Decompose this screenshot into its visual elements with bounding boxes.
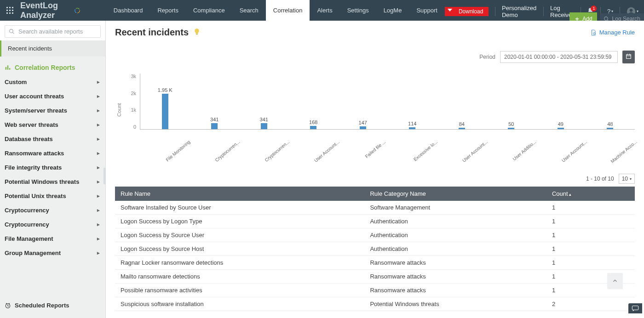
chart-bar[interactable]: 49 [536,128,586,129]
calendar-icon[interactable] [622,51,635,63]
nav-item-correlation[interactable]: Correlation [266,0,310,21]
sidebar-search-field[interactable] [18,28,97,35]
table-row[interactable]: Logon Success by Source UserAuthenticati… [115,228,635,242]
svg-rect-18 [6,67,6,70]
sidebar-item[interactable]: System/server threats▸ [0,103,105,118]
svg-rect-28 [632,306,638,310]
sidebar-item[interactable]: User account threats▸ [0,89,105,103]
chart-bar[interactable]: 341 [190,123,240,129]
chart-bar[interactable]: 48 [586,128,635,129]
sidebar: Recent incidents Correlation Reports Cus… [0,21,106,318]
sidebar-item[interactable]: Group Management▸ [0,246,105,260]
chart-bar[interactable]: 147 [338,126,388,129]
sidebar-item-label: Potential Windows threats [5,178,79,185]
bar-value-label: 341 [260,117,268,122]
product-logo[interactable]: EventLog Analyzer [20,1,106,20]
sidebar-item[interactable]: Potential Windows threats▸ [0,175,105,189]
table-row[interactable]: Mailto ransomware detectionsRansomware a… [115,270,635,284]
reports-icon [5,64,11,71]
sidebar-item-label: Group Management [5,250,61,256]
x-tick-label: Machine Acco... [610,139,638,164]
nav-item-search[interactable]: Search [232,0,266,21]
x-tick-label: Excessive lo... [413,139,438,162]
col-rule-name[interactable]: Rule Name [115,187,364,201]
sidebar-item[interactable]: Web server threats▸ [0,118,105,132]
svg-point-14 [604,17,608,20]
cell-count: 1 [546,215,635,228]
top-header: EventLog Analyzer DashboardReportsCompli… [0,0,644,21]
clock-icon [5,302,11,309]
sidebar-item[interactable]: File integrity threats▸ [0,160,105,175]
svg-rect-19 [7,65,8,69]
download-button[interactable]: Download [445,7,489,16]
sidebar-item-label: Web server threats [5,121,58,128]
sidebar-item-label: Cryptocurrency [5,207,49,214]
chart-bar[interactable]: 114 [388,127,437,129]
bar-value-label: 50 [508,121,514,127]
sidebar-item-label: File integrity threats [5,164,62,171]
chart-bar[interactable]: 84 [437,128,487,129]
sidebar-item[interactable]: Ransomware attacks▸ [0,146,105,160]
lightbulb-icon[interactable] [193,27,201,38]
cell-rule-name: Ragnar Locker ransomware detections [115,256,364,270]
apps-grid-icon[interactable] [0,7,20,14]
cell-rule-name: Software Installed by Source User [115,201,364,215]
period-picker[interactable]: 2020-01-01 00:00:00 - 2020-05-31 23:59:5… [500,51,618,63]
nav-item-dashboard[interactable]: Dashboard [106,0,150,21]
cell-rule-name: Mailto ransomware detections [115,270,364,284]
sidebar-search-input[interactable] [5,25,101,38]
nav-item-logme[interactable]: LogMe [376,0,409,21]
table-row[interactable]: Logon Success by Source HostAuthenticati… [115,242,635,256]
chart-bar[interactable]: 1.95 K [140,94,190,129]
x-tick-label: Cryptocurren... [264,139,290,163]
personalized-demo-link[interactable]: Personalized Demo [502,5,537,18]
x-tick-label: File Monitoring [165,139,191,163]
nav-item-settings[interactable]: Settings [340,0,376,21]
chevron-right-icon: ▸ [97,136,100,142]
chart-x-labels: File MonitoringCryptocurren...Cryptocurr… [140,133,635,161]
svg-rect-24 [627,55,631,59]
scheduled-reports-link[interactable]: Scheduled Reports [0,296,105,318]
table-row[interactable]: Suspicious software installationPotentia… [115,297,635,311]
nav-item-alerts[interactable]: Alerts [310,0,339,21]
chevron-right-icon: ▸ [97,193,100,199]
col-count[interactable]: Count [546,187,635,201]
col-rule-category[interactable]: Rule Category Name [364,187,546,201]
search-icon [9,28,15,34]
cell-rule-name: Possible ransomware activities [115,284,364,297]
sidebar-item[interactable]: File Management▸ [0,232,105,246]
sidebar-item[interactable]: Potential Unix threats▸ [0,189,105,203]
chart-bar[interactable]: 168 [289,126,339,129]
alerts-badge: 1 [591,6,597,11]
cell-rule-category: Authentication [364,228,546,242]
sidebar-item[interactable]: Cryptocurrency▸ [0,217,105,232]
chat-icon[interactable] [628,303,642,313]
sidebar-item[interactable]: Database threats▸ [0,132,105,146]
scroll-to-top-button[interactable] [607,273,623,289]
table-row[interactable]: Logon Success by Logon TypeAuthenticatio… [115,215,635,228]
cell-count: 1 [546,256,635,270]
chevron-right-icon: ▸ [97,79,100,85]
page-size-select[interactable]: 10 ▾ [619,174,635,184]
chart-bar[interactable]: 341 [239,123,289,129]
nav-item-compliance[interactable]: Compliance [186,0,232,21]
product-name: EventLog Analyzer [20,1,72,20]
x-tick-label: Failed file ... [364,139,386,159]
table-row[interactable]: Possible ransomware activitiesRansomware… [115,284,635,297]
nav-item-support[interactable]: Support [409,0,445,21]
x-tick-label: User Account... [461,139,489,163]
sidebar-recent-incidents[interactable]: Recent incidents [0,40,105,57]
bar-value-label: 147 [359,120,367,125]
chevron-right-icon: ▸ [97,221,100,227]
sidebar-item[interactable]: Cryptocurrency▸ [0,203,105,217]
table-row[interactable]: Ragnar Locker ransomware detectionsRanso… [115,256,635,270]
sidebar-item[interactable]: Custom▸ [0,75,105,89]
manage-rule-link[interactable]: Manage Rule [590,29,635,36]
document-gear-icon [590,29,597,36]
chart-bars-area: 1.95 K34134116814711484504948 [140,74,635,130]
nav-item-reports[interactable]: Reports [150,0,186,21]
incidents-bar-chart: Count 3k2k1k0 1.95 K34134116814711484504… [115,74,635,161]
x-tick-label: Cryptocurren... [214,139,241,163]
chart-bar[interactable]: 50 [487,128,536,129]
table-row[interactable]: Software Installed by Source UserSoftwar… [115,201,635,215]
